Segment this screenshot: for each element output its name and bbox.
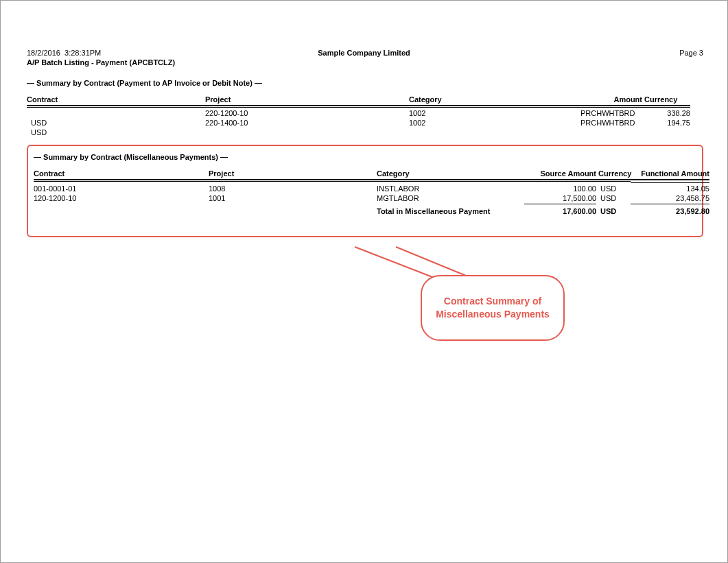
table-cell: USD bbox=[596, 193, 631, 202]
col-contract: Contract bbox=[27, 94, 205, 106]
total-func-amount: 23,592.80 bbox=[631, 204, 709, 215]
table-cell: 23,458.75 bbox=[631, 193, 709, 202]
table-cell: 1002 bbox=[409, 117, 580, 127]
table-cell: PRCHWHTBRD bbox=[580, 108, 642, 117]
col-category: Category bbox=[377, 168, 524, 180]
table-cell: 338.28 bbox=[642, 108, 690, 117]
table-cell: 1001 bbox=[209, 193, 377, 202]
col-amount: Amount bbox=[580, 94, 642, 106]
section1-title: — Summary by Contract (Payment to AP Inv… bbox=[27, 79, 703, 87]
table-cell: 1002 bbox=[409, 108, 580, 117]
total-src-amount: 17,600.00 bbox=[524, 204, 596, 215]
table-cell: 120-1200-10 bbox=[34, 193, 209, 202]
table-cell: 17,500.00 bbox=[524, 193, 596, 202]
total-label: Total in Miscellaneous Payment bbox=[377, 204, 524, 215]
table-cell: USD bbox=[27, 117, 205, 127]
page-number: Page 3 bbox=[679, 49, 703, 57]
col-src-amount: Source Amount bbox=[524, 168, 596, 180]
table-cell: 220-1200-10 bbox=[205, 108, 409, 117]
report-subtitle: A/P Batch Listing - Payment (APCBTCLZ) bbox=[27, 58, 703, 67]
table-cell: INSTLABOR bbox=[377, 183, 524, 193]
table-cell: 220-1400-10 bbox=[205, 117, 409, 127]
section2-title: — Summary by Contract (Miscellaneous Pay… bbox=[34, 153, 691, 161]
report-header-row: 18/2/2016 3:28:31PM Sample Company Limit… bbox=[27, 49, 703, 57]
table-cell: 100.00 bbox=[524, 183, 596, 193]
section2-table: Contract Project Category Source Amount … bbox=[34, 168, 691, 215]
col-category: Category bbox=[409, 94, 580, 106]
col-project: Project bbox=[209, 168, 377, 180]
callout-bubble: Contract Summary of Miscellaneous Paymen… bbox=[421, 275, 565, 341]
table-cell: 194.75 bbox=[642, 117, 690, 127]
company-name: Sample Company Limited bbox=[1, 49, 727, 57]
col-currency: Currency bbox=[596, 168, 631, 180]
table-cell: USD bbox=[27, 127, 205, 136]
report-date: 18/2/2016 bbox=[27, 49, 60, 57]
table-cell: PRCHWHTBRD bbox=[580, 117, 642, 127]
table-cell: 001-0001-01 bbox=[34, 183, 209, 193]
col-func-amount: Functional Amount bbox=[631, 168, 709, 180]
highlight-box: — Summary by Contract (Miscellaneous Pay… bbox=[27, 145, 703, 237]
report-datetime: 18/2/2016 3:28:31PM bbox=[27, 49, 101, 57]
table-cell: USD bbox=[596, 183, 631, 193]
col-project: Project bbox=[205, 94, 409, 106]
col-currency: Currency bbox=[642, 94, 690, 106]
table-cell: 134.05 bbox=[631, 183, 709, 193]
report-page: 18/2/2016 3:28:31PM Sample Company Limit… bbox=[0, 0, 728, 563]
col-contract: Contract bbox=[34, 168, 209, 180]
table-cell: MGTLABOR bbox=[377, 193, 524, 202]
section1-table: Contract Project Category Amount Currenc… bbox=[27, 94, 703, 136]
callout-text: Contract Summary of Miscellaneous Paymen… bbox=[430, 295, 555, 321]
table-cell: 1008 bbox=[209, 183, 377, 193]
total-currency: USD bbox=[596, 204, 631, 215]
report-time: 3:28:31PM bbox=[64, 49, 101, 57]
